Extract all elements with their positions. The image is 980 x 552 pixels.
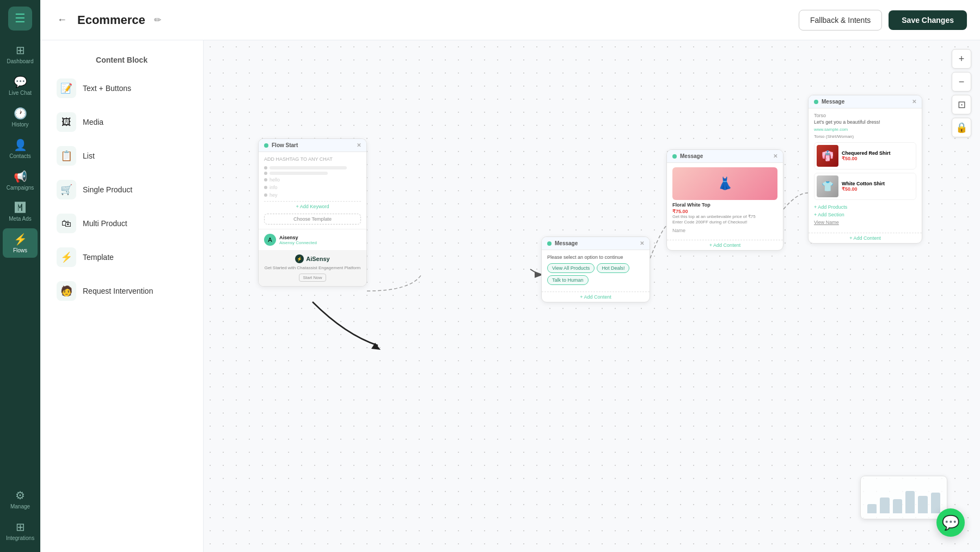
logo-icon: ☰ — [15, 11, 26, 26]
node-flow-start[interactable]: Flow Start ✕ ADD HASHTAG TO ANY CHAT hel… — [258, 138, 367, 287]
aisensy-status: Aisensy Connected — [279, 240, 317, 245]
header: ← Ecommerce ✏ Fallback & Intents Save Ch… — [40, 0, 980, 40]
product2-price: ₹50.00 — [842, 186, 885, 192]
panel-item-list[interactable]: 📋 List — [46, 139, 198, 172]
sidebar-label-contacts: Contacts — [9, 153, 30, 159]
dashboard-icon: ⊞ — [16, 44, 25, 57]
message4-url: www.sample.com — [814, 127, 916, 132]
media-icon: 🖼 — [57, 112, 76, 132]
panel-item-multi-product[interactable]: 🛍 Multi Product — [46, 207, 198, 240]
sidebar-label-manage: Manage — [10, 504, 30, 509]
message4-product1-row: 👘 Chequered Red Shirt ₹50.00 — [814, 142, 916, 169]
panel-label-multi-product: Multi Product — [83, 219, 127, 228]
sidebar-item-dashboard[interactable]: ⊞ Dashboard — [3, 39, 38, 69]
flow-start-row5: hey — [264, 191, 361, 199]
panel-label-request-intervention: Request Intervention — [83, 287, 153, 295]
message3-add[interactable]: + Add Content — [667, 240, 783, 250]
product2-img: 👕 — [817, 175, 838, 197]
content-area: Content Block 📝 Text + Buttons 🖼 Media 📋… — [40, 40, 980, 552]
left-panel: Content Block 📝 Text + Buttons 🖼 Media 📋… — [40, 40, 204, 552]
message2-btn1[interactable]: View All Products — [547, 263, 595, 273]
product2-name: White Cotton Shirt — [842, 181, 885, 186]
message3-close[interactable]: ✕ — [773, 153, 777, 159]
integrations-icon: ⊞ — [16, 520, 25, 533]
message4-add[interactable]: + Add Content — [808, 233, 922, 243]
chart-bar-5 — [918, 496, 927, 513]
page-title: Ecommerce — [77, 13, 145, 27]
panel-label-media: Media — [83, 118, 103, 126]
message4-add-section[interactable]: + Add Section — [814, 211, 916, 219]
panel-item-request-intervention[interactable]: 🧑 Request Intervention — [46, 275, 198, 307]
message2-add[interactable]: + Add Content — [542, 292, 650, 302]
sidebar-item-flows[interactable]: ⚡ Flows — [3, 228, 38, 258]
message4-body: Torso Let's get you a beautiful dress! w… — [808, 108, 922, 230]
message2-header: Message ✕ — [542, 237, 650, 250]
message4-title: Message — [822, 99, 844, 105]
sidebar-item-manage[interactable]: ⚙ Manage — [3, 484, 38, 514]
message2-btn2[interactable]: Hot Deals! — [597, 263, 629, 273]
message2-close[interactable]: ✕ — [640, 240, 644, 246]
live-chat-icon: 💬 — [14, 75, 27, 88]
fallback-intents-button[interactable]: Fallback & Intents — [799, 10, 882, 31]
chat-fab-icon: 💬 — [942, 514, 959, 531]
meta-ads-icon: 🅼 — [15, 202, 26, 214]
message4-close[interactable]: ✕ — [912, 99, 916, 105]
flow-start-choose-template[interactable]: Choose Template — [264, 214, 361, 225]
flow-start-row1 — [264, 165, 361, 171]
arrow-annotation-svg — [291, 291, 400, 356]
sidebar-item-integrations[interactable]: ⊞ Integrations — [3, 516, 38, 545]
zoom-in-button[interactable]: + — [952, 49, 971, 69]
svg-marker-0 — [371, 343, 381, 350]
message3-offer: Enter Code 200FF during of Checkout! — [672, 220, 777, 225]
panel-section-title: Content Block — [40, 51, 203, 71]
aisensy-logo-row: ⚡ AiSensy — [263, 254, 362, 263]
flows-icon: ⚡ — [14, 233, 27, 246]
message4-view-name[interactable]: View Name — [814, 219, 916, 226]
flow-start-row4: info — [264, 184, 361, 191]
back-button[interactable]: ← — [53, 11, 71, 29]
panel-item-template[interactable]: ⚡ Template — [46, 241, 198, 274]
message4-tagline: Let's get you a beautiful dress! — [814, 119, 916, 125]
flow-start-start-now[interactable]: Start Now — [299, 274, 326, 282]
multi-product-icon: 🛍 — [57, 214, 76, 233]
canvas-controls: + − ⊡ 🔒 — [952, 49, 971, 137]
chart-bar-6 — [931, 493, 940, 513]
aisensy-avatar: A — [264, 234, 276, 246]
node-message4[interactable]: Message ✕ Torso Let's get you a beautifu… — [808, 95, 922, 244]
fit-button[interactable]: ⊡ — [952, 95, 971, 114]
panel-item-text-buttons[interactable]: 📝 Text + Buttons — [46, 72, 198, 105]
chart-bar-2 — [880, 498, 889, 513]
lock-button[interactable]: 🔒 — [952, 118, 971, 137]
sidebar-item-history[interactable]: 🕐 History — [3, 102, 38, 132]
message2-btn3[interactable]: Talk to Human — [547, 275, 589, 285]
product1-img: 👘 — [817, 145, 838, 167]
aisensy-brand: A Aisensy Aisensy Connected — [264, 234, 317, 246]
flow-canvas[interactable]: Flow Start ✕ ADD HASHTAG TO ANY CHAT hel… — [204, 40, 980, 552]
node-message3[interactable]: Message ✕ 👗 Floral White Top ₹75.00 Get … — [666, 149, 783, 251]
contacts-icon: 👤 — [14, 138, 27, 151]
sidebar-item-contacts[interactable]: 👤 Contacts — [3, 134, 38, 163]
app-logo[interactable]: ☰ — [8, 7, 32, 31]
save-changes-button[interactable]: Save Changes — [889, 10, 967, 30]
sidebar-item-live-chat[interactable]: 💬 Live Chat — [3, 71, 38, 100]
campaigns-icon: 📢 — [14, 170, 27, 183]
panel-item-single-product[interactable]: 🛒 Single Product — [46, 173, 198, 206]
message4-add-products[interactable]: + Add Products — [814, 203, 916, 211]
message3-product-name: Floral White Top — [672, 202, 777, 208]
message4-dot — [814, 100, 818, 104]
zoom-out-button[interactable]: − — [952, 72, 971, 92]
flow-start-add-keyword[interactable]: + Add Keyword — [264, 201, 361, 211]
edit-title-button[interactable]: ✏ — [152, 13, 163, 27]
flow-start-close[interactable]: ✕ — [357, 142, 361, 148]
sidebar-item-meta-ads[interactable]: 🅼 Meta Ads — [3, 197, 38, 226]
message3-dot — [672, 154, 677, 159]
panel-item-media[interactable]: 🖼 Media — [46, 106, 198, 138]
sidebar-label-meta-ads: Meta Ads — [9, 216, 32, 222]
chat-fab-button[interactable]: 💬 — [936, 508, 965, 537]
sidebar-item-campaigns[interactable]: 📢 Campaigns — [3, 166, 38, 195]
history-icon: 🕐 — [14, 107, 27, 120]
back-icon: ← — [57, 14, 67, 26]
flow-start-desc: ADD HASHTAG TO ANY CHAT — [264, 156, 361, 162]
sidebar-label-live-chat: Live Chat — [9, 90, 32, 96]
node-message2[interactable]: Message ✕ Please select an option to con… — [541, 236, 650, 302]
